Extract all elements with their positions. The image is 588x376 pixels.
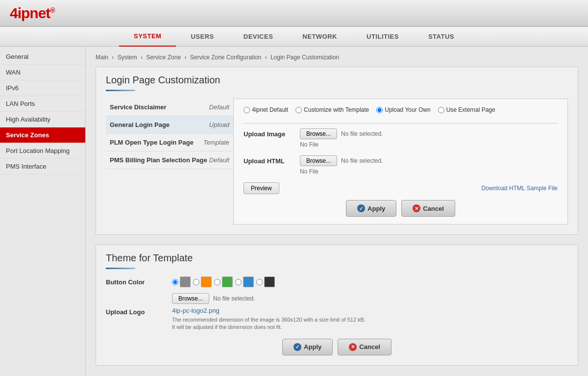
breadcrumb-sep-1: › xyxy=(112,54,115,61)
breadcrumb: Main › System › Service Zone › Service Z… xyxy=(96,54,578,61)
nav-status[interactable]: STATUS xyxy=(414,27,469,47)
swatch-green[interactable] xyxy=(214,276,233,287)
preview-button[interactable]: Preview xyxy=(244,182,279,194)
apply-check-icon: ✓ xyxy=(357,204,365,212)
swatch-orange[interactable] xyxy=(193,276,212,287)
upload-image-label: Upload Image xyxy=(244,128,293,138)
upload-image-controls: Browse... No file selected. No File xyxy=(300,128,383,148)
nav-system[interactable]: SYSTEM xyxy=(119,27,176,47)
swatch-gray-color xyxy=(180,276,191,287)
theme-apply-check-icon: ✓ xyxy=(294,343,301,351)
swatch-radio-orange[interactable] xyxy=(193,279,199,285)
swatch-blue-color xyxy=(243,276,254,287)
swatch-green-color xyxy=(222,276,233,287)
swatch-blue[interactable] xyxy=(235,276,254,287)
theme-title: Theme for Template xyxy=(106,252,568,264)
lpc-row-service-disclaimer: Service Disclaimer Default xyxy=(106,99,233,116)
radio-upload-own[interactable]: Upload Your Own xyxy=(376,106,430,113)
swatch-radio-green[interactable] xyxy=(214,279,220,285)
logo: 4ipnet® xyxy=(10,5,55,22)
radio-input-template[interactable] xyxy=(295,107,302,113)
theme-apply-label: Apply xyxy=(304,343,321,351)
browse-image-button[interactable]: Browse... xyxy=(300,128,337,139)
nav-utilities[interactable]: UTILITIES xyxy=(352,27,414,47)
lpc-row-pms: PMS Billing Plan Selection Page Default xyxy=(106,151,233,169)
lpc-cancel-label: Cancel xyxy=(423,205,444,212)
swatch-dark-color xyxy=(264,276,275,287)
radio-label-template: Customize with Template xyxy=(304,106,369,113)
sidebar-item-pms-interface[interactable]: PMS Interface xyxy=(0,159,85,175)
upload-logo-file-row: Browse... No file selected. xyxy=(172,293,368,304)
upload-image-no-file-selected: No file selected. xyxy=(341,130,383,137)
lpc-apply-cancel-row: ✓ Apply ✕ Cancel xyxy=(244,200,558,217)
service-disclaimer-value: Default xyxy=(209,103,229,111)
breadcrumb-sep-3: › xyxy=(184,54,188,61)
sidebar-item-lan-ports[interactable]: LAN Ports xyxy=(0,96,85,112)
sidebar-item-ipv6[interactable]: IPv6 xyxy=(0,80,85,96)
logo-filename-link[interactable]: 4ip-pc-logo2.png xyxy=(172,307,220,314)
nav-users[interactable]: USERS xyxy=(176,27,228,47)
browse-logo-button[interactable]: Browse... xyxy=(172,293,209,304)
nav: SYSTEM USERS DEVICES NETWORK UTILITIES S… xyxy=(0,27,588,47)
service-disclaimer-label: Service Disclaimer xyxy=(110,103,167,111)
swatch-dark[interactable] xyxy=(256,276,275,287)
sidebar-item-general[interactable]: General xyxy=(0,49,85,65)
upload-html-controls: Browse... No file selected. No File xyxy=(300,155,383,175)
general-login-label: General Login Page xyxy=(110,121,170,128)
radio-customize-template[interactable]: Customize with Template xyxy=(295,106,369,113)
sidebar-item-high-availability[interactable]: High Availability xyxy=(0,112,85,127)
main-content: Main › System › Service Zone › Service Z… xyxy=(86,47,588,376)
breadcrumb-sep-4: › xyxy=(265,54,269,61)
radio-4ipnet-default[interactable]: 4ipnet Default xyxy=(244,106,288,113)
swatch-radio-dark[interactable] xyxy=(256,279,263,285)
lpc-cancel-button[interactable]: ✕ Cancel xyxy=(401,200,455,217)
radio-input-default[interactable] xyxy=(244,107,250,113)
lpc-apply-button[interactable]: ✓ Apply xyxy=(346,200,396,217)
browse-html-button[interactable]: Browse... xyxy=(300,155,337,166)
pms-label: PMS Billing Plan Selection Page xyxy=(110,156,207,164)
logo-no-file-selected: No file selected. xyxy=(213,295,255,302)
sidebar-item-wan[interactable]: WAN xyxy=(0,65,85,80)
lpc-apply-label: Apply xyxy=(368,205,385,212)
plm-label: PLM Open Type Login Page xyxy=(110,139,194,146)
breadcrumb-service-zone-config[interactable]: Service Zone Configuration xyxy=(190,54,261,61)
logo-hint-text: The recommended dimension of the image i… xyxy=(172,316,368,331)
theme-upload-logo-row: Upload Logo Browse... No file selected. … xyxy=(106,293,568,331)
general-login-value: Upload xyxy=(209,121,229,128)
upload-image-no-file: No File xyxy=(300,141,383,148)
breadcrumb-main[interactable]: Main xyxy=(96,54,108,61)
swatch-radio-blue[interactable] xyxy=(235,279,242,285)
divider-1 xyxy=(244,123,558,124)
theme-apply-button[interactable]: ✓ Apply xyxy=(282,339,333,355)
upload-html-no-file: No File xyxy=(300,168,383,175)
lpc-right-panel: 4ipnet Default Customize with Template U… xyxy=(233,99,568,225)
sidebar-item-service-zones[interactable]: Service Zones xyxy=(0,127,85,143)
swatch-radio-gray[interactable] xyxy=(172,279,178,285)
upload-html-label: Upload HTML xyxy=(244,155,293,165)
lpc-row-general-login[interactable]: General Login Page Upload xyxy=(106,116,233,134)
upload-image-file-row: Browse... No file selected. xyxy=(300,128,383,139)
button-color-label: Button Color xyxy=(106,278,165,286)
radio-input-external[interactable] xyxy=(438,107,444,113)
swatch-gray[interactable] xyxy=(172,276,191,287)
swatch-orange-color xyxy=(201,276,212,287)
logo-text: 4ipnet® xyxy=(10,5,55,21)
pms-value: Default xyxy=(209,156,229,164)
nav-network[interactable]: NETWORK xyxy=(288,27,352,47)
breadcrumb-system[interactable]: System xyxy=(118,54,137,61)
breadcrumb-service-zone[interactable]: Service Zone xyxy=(146,54,181,61)
color-swatches xyxy=(172,276,275,287)
plm-value: Template xyxy=(203,139,229,146)
theme-divider xyxy=(106,268,135,269)
theme-cancel-label: Cancel xyxy=(359,343,380,351)
upload-logo-controls: Browse... No file selected. 4ip-pc-logo2… xyxy=(172,293,368,331)
lpc-left-panel: Service Disclaimer Default General Login… xyxy=(106,99,233,225)
cancel-x-icon: ✕ xyxy=(413,204,420,212)
radio-external-page[interactable]: Use External Page xyxy=(438,106,495,113)
sidebar-item-port-location-mapping[interactable]: Port Location Mapping xyxy=(0,143,85,159)
radio-label-default: 4ipnet Default xyxy=(252,106,288,113)
download-html-link[interactable]: Download HTML Sample File xyxy=(481,185,558,192)
radio-input-upload[interactable] xyxy=(376,107,383,113)
nav-devices[interactable]: DEVICES xyxy=(229,27,288,47)
theme-cancel-button[interactable]: ✕ Cancel xyxy=(338,339,392,355)
